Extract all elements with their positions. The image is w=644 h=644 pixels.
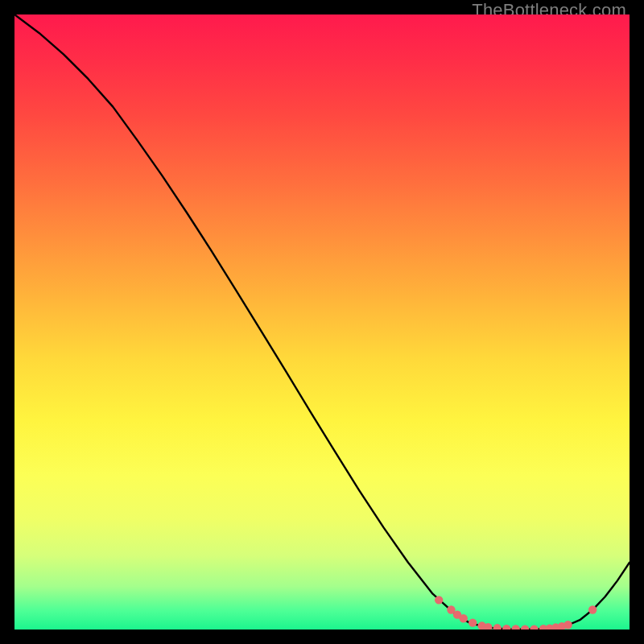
highlight-dot bbox=[460, 614, 468, 622]
highlight-markers bbox=[435, 596, 597, 630]
highlight-dot bbox=[530, 625, 538, 630]
bottleneck-curve bbox=[14, 14, 630, 630]
highlight-dot bbox=[588, 605, 597, 613]
curve-layer bbox=[14, 14, 630, 630]
highlight-dot bbox=[435, 596, 443, 604]
highlight-dot bbox=[493, 624, 502, 630]
highlight-dot bbox=[511, 625, 519, 630]
plot-area bbox=[14, 14, 630, 630]
highlight-dot bbox=[469, 618, 477, 626]
chart-stage: TheBottleneck.com bbox=[0, 0, 644, 644]
highlight-dot bbox=[564, 621, 572, 629]
highlight-dot bbox=[502, 625, 510, 630]
highlight-dot bbox=[521, 625, 529, 630]
